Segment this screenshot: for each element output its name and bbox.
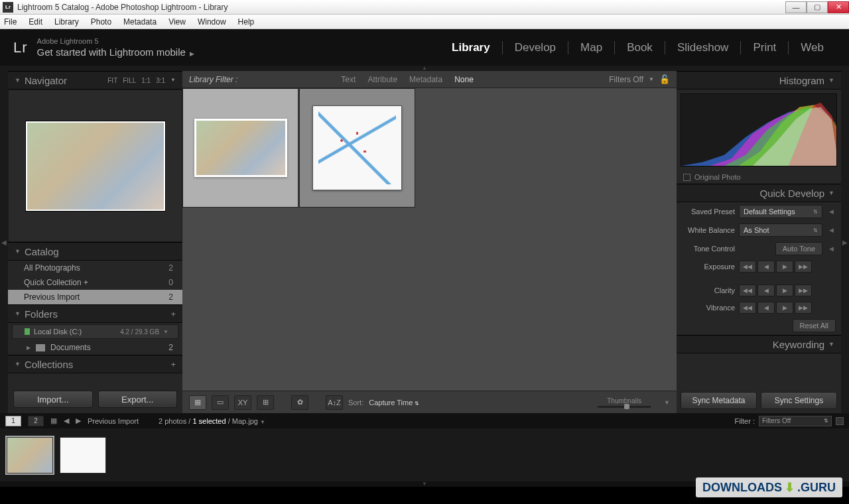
module-slideshow[interactable]: Slideshow	[665, 41, 741, 54]
left-panel-collapse[interactable]: ◀	[0, 71, 8, 413]
module-map[interactable]: Map	[568, 41, 614, 54]
exposure-plus-large[interactable]: ▶▶	[795, 261, 812, 273]
filter-attribute[interactable]: Attribute	[367, 75, 397, 84]
histogram-display[interactable]	[681, 94, 837, 166]
module-book[interactable]: Book	[614, 41, 665, 54]
navigator-preview[interactable]	[8, 90, 182, 242]
folder-documents[interactable]: ▶ Documents 2	[8, 340, 182, 355]
folders-header[interactable]: ▼ Folders +	[8, 304, 182, 323]
module-web[interactable]: Web	[788, 41, 836, 54]
menu-view[interactable]: View	[168, 17, 186, 27]
zoom-1-1[interactable]: 1:1	[141, 77, 151, 84]
folder-disk[interactable]: Local Disk (C:) 4.2 / 29.3 GB ▼	[12, 324, 178, 339]
prev-button[interactable]: ◀	[64, 416, 69, 425]
close-button[interactable]: ✕	[828, 1, 849, 13]
catalog-quick-collection[interactable]: Quick Collection +0	[8, 275, 182, 290]
auto-tone-button[interactable]: Auto Tone	[775, 242, 822, 255]
right-panel-collapse[interactable]: ▶	[841, 71, 849, 413]
chevron-down-icon[interactable]: ▼	[163, 329, 168, 335]
page-2-button[interactable]: 2	[28, 416, 44, 426]
filter-text[interactable]: Text	[341, 75, 356, 84]
filter-none[interactable]: None	[454, 75, 474, 84]
quick-develop-header[interactable]: Quick Develop▼	[677, 184, 841, 202]
module-print[interactable]: Print	[740, 41, 788, 54]
filters-off-label[interactable]: Filters Off	[609, 75, 643, 84]
add-folder-button[interactable]: +	[170, 309, 176, 319]
page-1-button[interactable]: 1	[5, 416, 21, 426]
grid-view-button[interactable]: ▦	[189, 395, 206, 410]
expand-icon[interactable]: ◀	[826, 227, 836, 233]
breadcrumb-source[interactable]: Previous Import	[88, 417, 139, 425]
vibrance-minus[interactable]: ◀	[757, 302, 775, 314]
thumbnail-size-slider[interactable]: Thumbnails	[598, 397, 651, 408]
expand-icon[interactable]: ◀	[826, 208, 836, 215]
grid-icon[interactable]: ▦	[50, 416, 57, 425]
zoom-fill[interactable]: FILL	[123, 77, 136, 84]
chevron-down-icon[interactable]: ▼	[260, 419, 265, 425]
status-bar: 1 2 ▦ ◀ ▶ Previous Import 2 photos / 1 s…	[0, 413, 849, 428]
menu-help[interactable]: Help	[238, 17, 255, 27]
catalog-header[interactable]: ▼ Catalog	[8, 242, 182, 261]
clarity-plus[interactable]: ▶	[776, 284, 793, 296]
module-library[interactable]: Library	[440, 41, 502, 54]
filmstrip-thumb-2[interactable]	[60, 437, 106, 473]
sort-direction-button[interactable]: A↕Z	[326, 395, 343, 410]
sort-select[interactable]: Capture Time ⇅	[369, 399, 419, 407]
compare-view-button[interactable]: XY	[234, 395, 251, 410]
next-button[interactable]: ▶	[76, 416, 81, 425]
mobile-link[interactable]: Get started with Lightroom mobile▶	[37, 46, 194, 58]
chevron-down-icon[interactable]: ▼	[649, 76, 654, 82]
navigator-header[interactable]: ▼ Navigator FIT FILL 1:1 3:1 ▼	[8, 71, 182, 90]
clarity-minus[interactable]: ◀	[757, 284, 775, 296]
grid-cell-2[interactable]	[299, 88, 415, 208]
minimize-button[interactable]: —	[785, 1, 807, 13]
zoom-fit[interactable]: FIT	[107, 77, 117, 84]
filmstrip[interactable]	[0, 428, 849, 481]
top-panel-grabber[interactable]: ▲	[0, 66, 849, 71]
vibrance-minus-large[interactable]: ◀◀	[739, 302, 756, 314]
catalog-previous-import[interactable]: Previous Import2	[8, 290, 182, 304]
sync-metadata-button[interactable]: Sync Metadata	[681, 392, 757, 409]
thumbnail-grid[interactable]	[182, 88, 677, 391]
toolbar-menu-icon[interactable]: ▼	[664, 399, 670, 406]
exposure-plus[interactable]: ▶	[776, 261, 793, 273]
sync-settings-button[interactable]: Sync Settings	[761, 392, 837, 409]
filter-preset-select[interactable]: Filters Off⇅	[759, 416, 832, 426]
menu-window[interactable]: Window	[198, 17, 226, 27]
import-button[interactable]: Import...	[13, 391, 93, 408]
vibrance-plus[interactable]: ▶	[776, 302, 793, 314]
keywording-header[interactable]: Keywording▼	[677, 335, 841, 353]
clarity-minus-large[interactable]: ◀◀	[739, 284, 756, 296]
filmstrip-thumb-1[interactable]	[7, 437, 53, 473]
expand-icon[interactable]: ◀	[826, 245, 836, 252]
zoom-3-1[interactable]: 3:1	[156, 77, 165, 84]
export-button[interactable]: Export...	[98, 391, 178, 408]
chevron-down-icon[interactable]: ▼	[170, 77, 176, 84]
lock-icon[interactable]: 🔓	[659, 74, 670, 84]
clarity-plus-large[interactable]: ▶▶	[795, 284, 812, 296]
menu-metadata[interactable]: Metadata	[123, 17, 157, 27]
histogram-header[interactable]: Histogram▼	[677, 71, 841, 90]
filter-metadata[interactable]: Metadata	[409, 75, 442, 84]
filter-toggle-button[interactable]	[836, 417, 844, 425]
menu-edit[interactable]: Edit	[29, 17, 42, 27]
menu-library[interactable]: Library	[54, 17, 79, 27]
white-balance-select[interactable]: As Shot⇅	[739, 223, 822, 237]
exposure-minus[interactable]: ◀	[757, 261, 775, 273]
module-develop[interactable]: Develop	[502, 41, 568, 54]
reset-all-button[interactable]: Reset All	[793, 319, 836, 332]
maximize-button[interactable]: ▢	[807, 1, 828, 13]
vibrance-plus-large[interactable]: ▶▶	[795, 302, 812, 314]
menu-photo[interactable]: Photo	[91, 17, 111, 27]
grid-cell-1[interactable]	[182, 88, 298, 208]
painter-tool-button[interactable]: ✿	[291, 395, 308, 410]
original-photo-toggle[interactable]: Original Photo	[677, 170, 841, 184]
add-collection-button[interactable]: +	[170, 359, 176, 369]
catalog-all-photographs[interactable]: All Photographs2	[8, 261, 182, 275]
saved-preset-select[interactable]: Default Settings⇅	[739, 205, 822, 218]
exposure-minus-large[interactable]: ◀◀	[739, 261, 756, 273]
survey-view-button[interactable]: ⊞	[257, 395, 274, 410]
loupe-view-button[interactable]: ▭	[212, 395, 229, 410]
collections-header[interactable]: ▼ Collections +	[8, 355, 182, 373]
menu-file[interactable]: File	[4, 17, 17, 27]
